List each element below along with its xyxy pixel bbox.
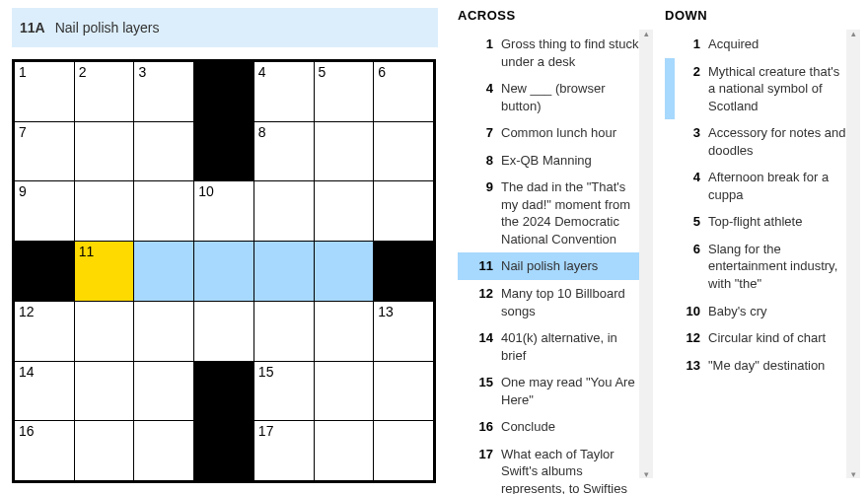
grid-cell[interactable]: 4 — [254, 62, 314, 121]
clue-number: 12 — [468, 285, 493, 319]
clue-row[interactable]: 7Common lunch hour — [458, 119, 643, 147]
grid-cell[interactable]: 9 — [15, 181, 74, 241]
crossword-grid[interactable]: 1234567891011121314151617 — [12, 59, 436, 483]
clue-text: Acquired — [708, 35, 846, 53]
grid-cell[interactable]: 16 — [15, 421, 74, 480]
scrollbar[interactable]: ▴ ▾ — [846, 30, 860, 478]
grid-cell[interactable] — [374, 362, 433, 421]
grid-cell-black — [194, 421, 253, 480]
clue-row[interactable]: 9The dad in the "That's my dad!" moment … — [458, 174, 643, 252]
grid-cell[interactable] — [254, 242, 314, 301]
clue-number: 7 — [468, 124, 493, 142]
grid-cell[interactable]: 12 — [15, 302, 74, 361]
cell-number: 5 — [319, 64, 326, 80]
clue-row[interactable]: 1Gross thing to find stuck under a desk — [458, 31, 643, 75]
clue-row[interactable]: 16Conclude — [458, 413, 643, 441]
grid-cell[interactable] — [315, 362, 374, 421]
clue-text: 401(k) alternative, in brief — [501, 329, 639, 364]
clue-row[interactable]: 15One may read "You Are Here" — [458, 369, 643, 413]
grid-cell[interactable] — [134, 362, 193, 421]
scroll-down-icon[interactable]: ▾ — [846, 470, 860, 478]
down-clue-list[interactable]: 1Acquired2Mythical creature that's a nat… — [665, 31, 856, 379]
grid-cell[interactable] — [254, 302, 314, 361]
grid-cell[interactable] — [374, 122, 433, 181]
crossword-layout: 11A Nail polish layers 12345678910111213… — [0, 0, 868, 494]
grid-cell[interactable] — [134, 122, 193, 181]
clue-row[interactable]: 4New ___ (browser button) — [458, 75, 643, 119]
grid-cell[interactable]: 1 — [15, 62, 74, 121]
scroll-down-icon[interactable]: ▾ — [639, 470, 653, 478]
clue-row[interactable]: 12Circular kind of chart — [665, 324, 850, 352]
grid-cell[interactable]: 10 — [194, 181, 253, 241]
clue-number: 14 — [468, 329, 493, 364]
current-clue-bar: 11A Nail polish layers — [12, 8, 438, 47]
clue-text: Many top 10 Billboard songs — [501, 285, 639, 319]
clue-row[interactable]: 2Mythical creature that's a national sym… — [665, 58, 850, 120]
cell-number: 9 — [19, 183, 27, 199]
scrollbar[interactable]: ▴ ▾ — [639, 30, 653, 478]
current-clue-text: Nail polish layers — [55, 20, 160, 35]
grid-cell[interactable] — [374, 421, 433, 480]
clue-text: Baby's cry — [708, 303, 846, 320]
grid-cell[interactable] — [134, 181, 193, 241]
grid-cell[interactable] — [75, 302, 134, 361]
grid-cell[interactable] — [315, 421, 374, 480]
clue-row[interactable]: 3Accessory for notes and doodles — [665, 119, 850, 164]
grid-cell[interactable] — [315, 242, 374, 301]
cell-number: 17 — [258, 423, 274, 439]
clue-number: 4 — [468, 80, 493, 114]
cell-number: 4 — [258, 64, 266, 80]
clue-row[interactable]: 4Afternoon break for a cuppa — [665, 164, 850, 208]
scroll-up-icon[interactable]: ▴ — [639, 30, 653, 37]
grid-cell[interactable] — [134, 302, 193, 361]
clue-row[interactable]: 5Top-flight athlete — [665, 208, 850, 236]
clue-text: Gross thing to find stuck under a desk — [501, 35, 639, 70]
grid-cell[interactable]: 17 — [254, 421, 314, 480]
cell-number: 7 — [19, 124, 27, 140]
grid-cell[interactable]: 6 — [374, 62, 433, 121]
down-column: DOWN 1Acquired2Mythical creature that's … — [665, 8, 856, 494]
grid-cell[interactable] — [75, 421, 134, 480]
grid-cell[interactable]: 15 — [254, 362, 314, 421]
clue-row[interactable]: 8Ex-QB Manning — [458, 147, 643, 175]
clue-row[interactable]: 14401(k) alternative, in brief — [458, 324, 643, 369]
grid-cell[interactable]: 8 — [254, 122, 314, 181]
grid-cell[interactable] — [194, 302, 253, 361]
grid-cell[interactable] — [75, 122, 134, 181]
grid-cell[interactable] — [315, 302, 374, 361]
clue-text: Conclude — [501, 418, 639, 436]
clue-row[interactable]: 13"Me day" destination — [665, 352, 850, 380]
grid-cell[interactable] — [134, 242, 193, 301]
grid-cell[interactable]: 14 — [15, 362, 74, 421]
clue-row[interactable]: 10Baby's cry — [665, 298, 850, 325]
clue-number: 10 — [675, 303, 700, 320]
grid-cell[interactable] — [315, 181, 374, 241]
clue-row[interactable]: 12Many top 10 Billboard songs — [458, 280, 643, 324]
grid-cell[interactable] — [315, 122, 374, 181]
across-clue-list[interactable]: 1Gross thing to find stuck under a desk4… — [458, 31, 649, 494]
grid-cell[interactable]: 7 — [15, 122, 74, 181]
grid-cell[interactable]: 11 — [75, 242, 134, 301]
grid-cell[interactable]: 5 — [315, 62, 374, 121]
grid-cell[interactable]: 3 — [134, 62, 193, 121]
clue-row[interactable]: 11Nail polish layers — [458, 252, 643, 280]
grid-cell[interactable]: 2 — [75, 62, 134, 121]
grid-cell[interactable] — [134, 421, 193, 480]
grid-cell[interactable] — [374, 181, 433, 241]
clue-row[interactable]: 1Acquired — [665, 31, 850, 58]
clue-row[interactable]: 17What each of Taylor Swift's albums rep… — [458, 441, 643, 494]
grid-cell[interactable] — [194, 242, 253, 301]
scroll-up-icon[interactable]: ▴ — [846, 30, 860, 37]
grid-cell[interactable] — [75, 181, 134, 241]
clue-number: 1 — [675, 35, 700, 53]
grid-cell-black — [194, 62, 253, 121]
clue-text: Accessory for notes and doodles — [708, 124, 846, 159]
clue-row[interactable]: 6Slang for the entertainment industry, w… — [665, 236, 850, 298]
cell-number: 1 — [19, 64, 27, 80]
grid-cell[interactable] — [254, 181, 314, 241]
cell-number: 3 — [138, 64, 146, 80]
clue-number: 16 — [468, 418, 493, 436]
clue-number: 8 — [468, 152, 493, 170]
grid-cell[interactable]: 13 — [374, 302, 433, 361]
grid-cell[interactable] — [75, 362, 134, 421]
